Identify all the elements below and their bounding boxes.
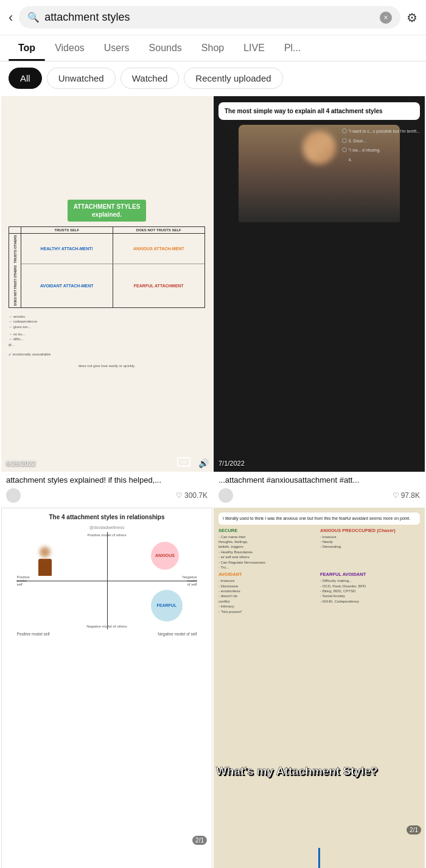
fearful-circle: FEARFUL bbox=[151, 590, 183, 621]
anxious-circle: ANXIOUS bbox=[151, 542, 179, 570]
filter-icon[interactable]: ⚙ bbox=[407, 10, 417, 25]
anxious-title-4: ANXIOUS PREOCCUPIED (Chaser) bbox=[320, 528, 420, 533]
left-axis-label: Positivemodelself bbox=[16, 575, 29, 586]
bottom-labels-3: Positive model self Negative model of se… bbox=[16, 632, 197, 636]
video-date-1: 6/26/2022 bbox=[6, 460, 36, 467]
attachment-note-bg: I literally used to think I was the anxi… bbox=[214, 508, 425, 868]
filter-unwatched[interactable]: Unwatched bbox=[47, 68, 116, 89]
filter-recently-uploaded[interactable]: Recently uploaded bbox=[184, 68, 282, 89]
post-brand-3: @doodadwellness bbox=[89, 525, 124, 530]
person-figure-3 bbox=[38, 547, 52, 576]
video-thumb-4: I literally used to think I was the anxi… bbox=[214, 508, 425, 868]
list-items-2: "I want to c...s possible but I'm terrif… bbox=[342, 128, 420, 164]
post-thumb-3: The 4 attachment styles in relationships… bbox=[2, 508, 212, 868]
right-axis-label: Negativemodelof self bbox=[183, 575, 197, 586]
search-bar: ‹ 🔍 attachment styles × ⚙ bbox=[0, 0, 426, 35]
avatar-1 bbox=[6, 488, 21, 503]
arrow-line-4 bbox=[318, 848, 320, 868]
caption-button-1[interactable]: CC bbox=[177, 457, 190, 467]
tabs-navigation: Top Videos Users Sounds Shop LIVE Pl... bbox=[0, 35, 426, 61]
person-area-2: "I want to c...s possible but I'm terrif… bbox=[218, 125, 420, 472]
note-col-fearful: FEARFUL AVOIDANT - Difficulty making...-… bbox=[320, 572, 420, 614]
caption-icon-label: CC bbox=[181, 460, 187, 464]
heart-icon-1: ♡ bbox=[176, 491, 183, 500]
secure-items: - Can name theirthoughts, feelings,belie… bbox=[218, 534, 318, 570]
tab-playlists[interactable]: Pl... bbox=[274, 35, 311, 61]
video-card-4[interactable]: I literally used to think I was the anxi… bbox=[214, 508, 425, 868]
tab-sounds[interactable]: Sounds bbox=[139, 35, 192, 61]
tab-videos[interactable]: Videos bbox=[45, 35, 94, 61]
note-header-bubble-4: I literally used to think I was the anxi… bbox=[218, 513, 420, 525]
v-axis bbox=[107, 532, 108, 629]
like-count-1: ♡ 300.7K bbox=[176, 491, 208, 500]
overlay-text-4: What's my Attachment Style? bbox=[216, 765, 422, 778]
secure-title: SECURE bbox=[218, 528, 318, 533]
filter-pills: All Unwatched Watched Recently uploaded bbox=[0, 61, 426, 95]
avatar-2 bbox=[218, 488, 233, 503]
tab-live[interactable]: LIVE bbox=[234, 35, 274, 61]
video-title-2: ...attachment #anxiousattachment #att... bbox=[218, 475, 420, 486]
fearful-title-4: FEARFUL AVOIDANT bbox=[320, 572, 420, 577]
tab-top[interactable]: Top bbox=[9, 35, 45, 61]
notes-text: → anxietu → codependence → gives too... … bbox=[9, 310, 205, 368]
video-card-2[interactable]: The most simple way to explain all 4 att… bbox=[214, 96, 425, 505]
video-info-1: attachment styles explained! if this hel… bbox=[1, 472, 212, 505]
tab-shop[interactable]: Shop bbox=[192, 35, 234, 61]
whiteboard-content: TRUSTS SELF DOES NOT TRUSTS SELF TRUSTS … bbox=[9, 226, 205, 308]
post-thumb-wrapper-3: The 4 attachment styles in relationships… bbox=[2, 508, 212, 868]
face-blur-2 bbox=[302, 131, 336, 164]
top-axis-label: Positive model of others bbox=[87, 533, 126, 537]
note-grid-4: SECURE - Can name theirthoughts, feeling… bbox=[218, 528, 420, 614]
page-indicator-3: 2/1 bbox=[192, 836, 207, 845]
sound-icon-1[interactable]: 🔊 bbox=[198, 458, 209, 468]
like-count-2: ♡ 97.8K bbox=[393, 491, 420, 500]
video-date-2: 7/1/2022 bbox=[218, 460, 245, 467]
post-title-3: The 4 attachment styles in relationships bbox=[49, 513, 164, 522]
avoidant-items-4: - Insecure- Dismissive- emotionless- doe… bbox=[218, 578, 318, 614]
video-info-2: ...attachment #anxiousattachment #att...… bbox=[214, 472, 425, 505]
bottom-axis-label: Negative model of others bbox=[86, 625, 127, 628]
clear-search-button[interactable]: × bbox=[380, 12, 392, 24]
search-query[interactable]: attachment styles bbox=[44, 11, 375, 24]
heart-icon-2: ♡ bbox=[393, 491, 399, 500]
search-icon: 🔍 bbox=[27, 12, 40, 23]
filter-all[interactable]: All bbox=[9, 68, 42, 89]
video-grid-row2: The 4 attachment styles in relationships… bbox=[0, 506, 426, 868]
page-indicator-4: 2/1 bbox=[407, 825, 421, 835]
video-stats-2: ♡ 97.8K bbox=[218, 488, 420, 503]
search-input-wrapper: 🔍 attachment styles × bbox=[19, 6, 400, 29]
video-title-1: attachment styles explained! if this hel… bbox=[6, 475, 208, 486]
back-button[interactable]: ‹ bbox=[9, 10, 13, 26]
note-col-anxious: ANXIOUS PREOCCUPIED (Chaser) - Insecure-… bbox=[320, 528, 420, 570]
speech-bubble-2: The most simple way to explain all 4 att… bbox=[218, 102, 420, 120]
video-thumb-2: The most simple way to explain all 4 att… bbox=[214, 96, 425, 472]
chart-area-3: Positive model of others Negative model … bbox=[16, 532, 197, 629]
fearful-items-4: - Difficulty making...- OCD, Panic Disor… bbox=[320, 578, 420, 604]
video-stats-1: ♡ 300.7K bbox=[6, 488, 208, 503]
avoidant-title-4: AVOIDANT bbox=[218, 572, 318, 577]
note-col-avoidant: AVOIDANT - Insecure- Dismissive- emotion… bbox=[218, 572, 318, 614]
post-card-3[interactable]: The 4 attachment styles in relationships… bbox=[1, 508, 212, 868]
video-thumb-1: ATTACHMENT STYLES explained. TRUSTS SELF… bbox=[1, 96, 212, 472]
note-col-secure: SECURE - Can name theirthoughts, feeling… bbox=[218, 528, 318, 570]
video-green-label: ATTACHMENT STYLES explained. bbox=[68, 200, 147, 222]
video-grid: ATTACHMENT STYLES explained. TRUSTS SELF… bbox=[0, 95, 426, 506]
person-head-3 bbox=[40, 547, 51, 558]
tab-users[interactable]: Users bbox=[94, 35, 139, 61]
filter-watched[interactable]: Watched bbox=[120, 68, 180, 89]
arrow-4 bbox=[315, 848, 324, 868]
anxious-items-4: - Insecure- Needy- Demanding bbox=[320, 534, 420, 550]
video-card-1[interactable]: ATTACHMENT STYLES explained. TRUSTS SELF… bbox=[1, 96, 212, 505]
person-body-3 bbox=[38, 559, 52, 576]
